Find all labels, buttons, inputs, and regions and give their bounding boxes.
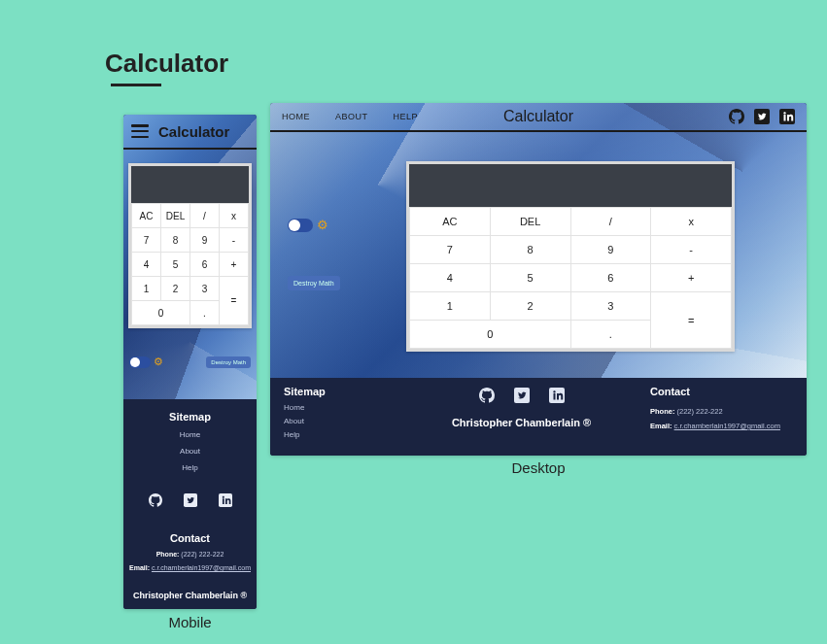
footer-link-home[interactable]: Home [123, 430, 257, 439]
key-5[interactable]: 5 [161, 253, 190, 277]
footer-link-help[interactable]: Help [284, 430, 393, 439]
github-icon[interactable] [479, 388, 495, 403]
theme-toggle[interactable] [288, 219, 313, 232]
contact-email: Email: c.r.chamberlain1997@gmail.com [123, 564, 257, 571]
footer-socials [420, 388, 623, 403]
key-equals[interactable]: = [651, 292, 732, 349]
key-8[interactable]: 8 [490, 236, 570, 264]
email-label: Email: [650, 422, 672, 430]
github-icon[interactable] [729, 109, 744, 124]
gear-icon[interactable]: ⚙ [154, 356, 163, 368]
key-del[interactable]: DEL [161, 204, 190, 228]
title-underline [111, 84, 161, 86]
key-9[interactable]: 9 [190, 228, 220, 253]
footer-link-home[interactable]: Home [284, 403, 393, 412]
contact-email: Email: c.r.chamberlain1997@gmail.com [650, 422, 793, 430]
twitter-icon[interactable] [184, 493, 197, 507]
key-decimal[interactable]: . [190, 301, 220, 325]
key-2[interactable]: 2 [490, 292, 570, 321]
key-0[interactable]: 0 [410, 321, 571, 349]
linkedin-icon[interactable] [219, 493, 232, 507]
key-3[interactable]: 3 [190, 277, 220, 301]
key-del[interactable]: DEL [490, 208, 570, 236]
footer-link-about[interactable]: About [284, 417, 393, 425]
nav-home[interactable]: HOME [282, 112, 310, 121]
key-1[interactable]: 1 [132, 277, 161, 301]
key-7[interactable]: 7 [410, 236, 491, 264]
key-5[interactable]: 5 [490, 264, 570, 292]
key-9[interactable]: 9 [570, 236, 651, 264]
key-divide[interactable]: / [190, 204, 220, 228]
desktop-toggle-area: ⚙ [288, 218, 328, 232]
mobile-app-title: Calculator [158, 123, 229, 140]
key-multiply[interactable]: x [651, 208, 732, 236]
sitemap-title: Sitemap [284, 386, 393, 397]
contact-phone: Phone: (222) 222-222 [123, 551, 257, 558]
key-ac[interactable]: AC [410, 208, 491, 236]
email-label: Email: [129, 564, 150, 571]
theme-toggle-wrap: ⚙ [129, 356, 163, 368]
mobile-header: Calculator [123, 115, 257, 150]
contact-phone: Phone: (222) 222-222 [650, 407, 793, 416]
destroy-math-button[interactable]: Destroy Math [288, 276, 340, 290]
key-2[interactable]: 2 [161, 277, 190, 301]
mobile-mockup: Calculator AC DEL / x 7 8 9 - 4 5 6 + [123, 115, 257, 609]
twitter-icon[interactable] [514, 388, 530, 403]
github-icon[interactable] [149, 493, 162, 507]
key-minus[interactable]: - [220, 228, 249, 253]
phone-label: Phone: [156, 551, 180, 558]
destroy-math-button[interactable]: Destroy Math [206, 356, 251, 368]
hamburger-icon[interactable] [131, 124, 149, 138]
key-4[interactable]: 4 [410, 264, 491, 292]
desktop-mockup: HOME ABOUT HELP Calculator ⚙ Destroy Mat… [270, 103, 807, 456]
footer-copyright: Christopher Chamberlain ® [123, 591, 257, 600]
page-title: Calculator [105, 49, 228, 79]
desktop-app-title: Calculator [503, 108, 573, 125]
key-4[interactable]: 4 [132, 253, 161, 277]
footer-copyright: Christopher Chamberlain ® [420, 417, 623, 428]
calculator-display [409, 164, 732, 207]
twitter-icon[interactable] [754, 109, 770, 124]
theme-toggle[interactable] [129, 356, 151, 368]
mobile-controls: ⚙ Destroy Math [123, 356, 257, 368]
desktop-nav: HOME ABOUT HELP [282, 112, 418, 121]
sitemap-title: Sitemap [123, 411, 257, 423]
contact-title: Contact [650, 386, 793, 397]
nav-help[interactable]: HELP [394, 112, 419, 121]
key-minus[interactable]: - [651, 236, 732, 264]
linkedin-icon[interactable] [779, 109, 795, 124]
desktop-header-socials [729, 109, 795, 124]
mobile-footer-socials [123, 493, 257, 507]
key-equals[interactable]: = [220, 277, 249, 325]
mobile-footer: Sitemap Home About Help Contact Phone: (… [123, 399, 257, 609]
desktop-caption: Desktop [270, 459, 807, 476]
key-6[interactable]: 6 [570, 264, 651, 292]
email-link[interactable]: c.r.chamberlain1997@gmail.com [674, 422, 780, 430]
desktop-footer: Sitemap Home About Help Christopher Cham… [270, 378, 807, 456]
calculator-keypad: AC DEL / x 7 8 9 - 4 5 6 + 1 2 3 = [409, 207, 732, 349]
mobile-caption: Mobile [123, 614, 257, 630]
email-link[interactable]: c.r.chamberlain1997@gmail.com [152, 564, 251, 571]
footer-sitemap: Sitemap Home About Help [270, 378, 406, 456]
key-multiply[interactable]: x [220, 204, 249, 228]
linkedin-icon[interactable] [549, 388, 565, 403]
key-plus[interactable]: + [651, 264, 732, 292]
footer-link-help[interactable]: Help [123, 463, 257, 472]
key-8[interactable]: 8 [161, 228, 190, 253]
footer-link-about[interactable]: About [123, 447, 257, 456]
key-divide[interactable]: / [570, 208, 651, 236]
key-3[interactable]: 3 [570, 292, 651, 321]
calculator-card-desktop: AC DEL / x 7 8 9 - 4 5 6 + 1 2 3 = [406, 161, 735, 352]
key-6[interactable]: 6 [190, 253, 220, 277]
key-decimal[interactable]: . [570, 321, 651, 349]
key-ac[interactable]: AC [132, 204, 161, 228]
key-0[interactable]: 0 [132, 301, 190, 325]
key-1[interactable]: 1 [410, 292, 491, 321]
calculator-display [131, 166, 249, 203]
key-plus[interactable]: + [220, 253, 249, 277]
key-7[interactable]: 7 [132, 228, 161, 253]
gear-icon[interactable]: ⚙ [317, 218, 328, 232]
calculator-keypad: AC DEL / x 7 8 9 - 4 5 6 + 1 2 3 = [131, 203, 249, 325]
nav-about[interactable]: ABOUT [335, 112, 368, 121]
footer-center: Christopher Chamberlain ® [406, 378, 637, 456]
